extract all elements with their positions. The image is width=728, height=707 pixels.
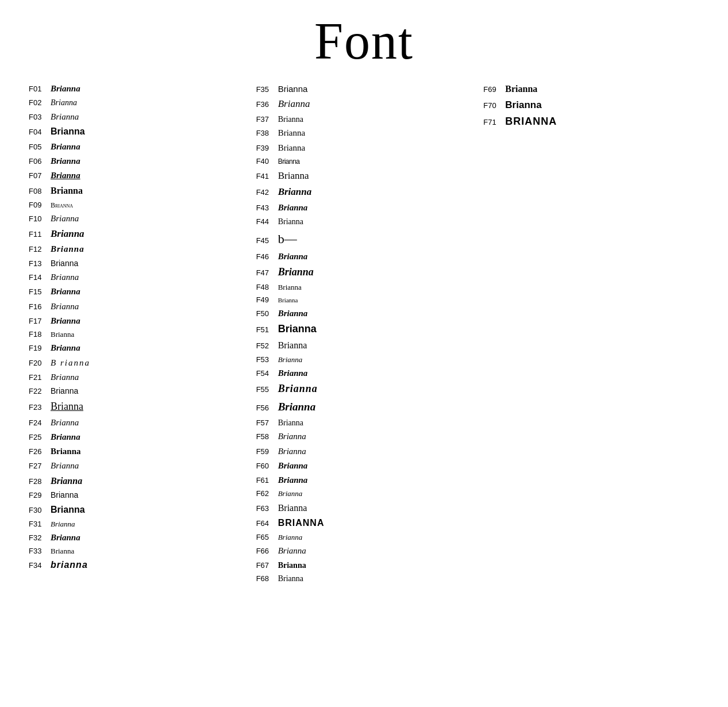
- font-code: F55: [256, 384, 275, 395]
- list-item: F36Brianna: [256, 97, 472, 112]
- list-item: F61Brianna: [256, 474, 472, 487]
- list-item: F11Brianna: [29, 226, 245, 241]
- font-code: F38: [256, 128, 275, 139]
- font-name: Brianna: [278, 201, 308, 214]
- list-item: F35Brianna: [256, 82, 472, 95]
- font-name: Brianna: [278, 282, 302, 293]
- list-item: F26Brianna: [29, 445, 245, 458]
- font-name: Brianna: [51, 341, 80, 355]
- font-name: Brianna: [278, 339, 307, 353]
- list-item: F31Brianna: [29, 518, 245, 530]
- list-item: F39Brianna: [256, 141, 472, 155]
- list-item: F08Brianna: [29, 184, 245, 198]
- font-name: Brianna: [278, 445, 306, 458]
- font-code: F40: [256, 156, 275, 167]
- font-code: F41: [256, 171, 275, 182]
- font-name: Brianna: [51, 155, 80, 168]
- list-item: F55Brianna: [256, 381, 472, 397]
- font-code: F42: [256, 187, 275, 198]
- list-item: F15Brianna: [29, 285, 245, 298]
- font-name: Brianna: [278, 185, 312, 199]
- list-item: F59Brianna: [256, 445, 472, 458]
- font-name: Brianna: [278, 82, 308, 95]
- font-name: Brianna: [278, 216, 303, 228]
- font-code: F70: [483, 100, 502, 112]
- list-item: F48Brianna: [256, 282, 472, 293]
- font-name: Brianna: [278, 488, 303, 499]
- font-code: F04: [29, 126, 47, 138]
- font-code: F34: [29, 560, 47, 571]
- list-item: F67Brianna: [256, 559, 472, 572]
- font-name: Brianna: [51, 82, 80, 95]
- font-code: F08: [29, 186, 47, 197]
- font-name: Brianna: [51, 531, 80, 544]
- list-item: F30Brianna: [29, 503, 245, 517]
- list-item: F33Brianna: [29, 545, 245, 557]
- font-name: Brianna: [51, 226, 84, 241]
- font-name: Brianna: [278, 168, 309, 183]
- font-code: F39: [256, 143, 275, 154]
- font-code: F66: [256, 545, 275, 557]
- font-name: Brianna: [51, 184, 83, 198]
- list-item: F23Brianna: [29, 399, 245, 415]
- list-item: F06Brianna: [29, 155, 245, 168]
- font-name: Brianna: [278, 97, 310, 112]
- font-code: F68: [256, 573, 275, 585]
- font-code: F16: [29, 301, 47, 313]
- font-name: Brianna: [51, 314, 80, 328]
- font-code: F28: [29, 476, 47, 487]
- font-name: Brianna: [278, 430, 306, 443]
- list-item: F21Brianna: [29, 371, 245, 384]
- font-name: Brianna: [278, 381, 318, 397]
- font-code: F43: [256, 202, 275, 214]
- list-item: F66Brianna: [256, 544, 472, 558]
- list-item: F37Brianna: [256, 113, 472, 126]
- font-name: Brianna: [51, 371, 79, 384]
- font-code: F11: [29, 229, 47, 240]
- list-item: F32Brianna: [29, 531, 245, 544]
- list-item: F24Brianna: [29, 416, 245, 429]
- font-code: F18: [29, 329, 47, 340]
- list-item: F25Brianna: [29, 431, 245, 444]
- font-code: F27: [29, 460, 47, 472]
- font-name: Brianna: [278, 459, 308, 472]
- list-item: F52Brianna: [256, 339, 472, 353]
- font-code: F47: [256, 267, 275, 279]
- font-name: Brianna: [51, 200, 73, 211]
- list-item: F56Brianna: [256, 398, 472, 415]
- list-item: F41Brianna: [256, 168, 472, 183]
- list-item: F13Brianna: [29, 258, 245, 270]
- font-code: F62: [256, 488, 275, 499]
- font-code: F17: [29, 316, 47, 327]
- list-item: F63Brianna: [256, 501, 472, 516]
- list-item: F10Brianna: [29, 212, 245, 225]
- list-item: F07Brianna: [29, 169, 245, 182]
- page-title: Font: [23, 11, 705, 71]
- font-code: F49: [256, 294, 275, 306]
- font-grid: F01BriannaF02BriannaF03BriannaF04Brianna…: [23, 82, 705, 585]
- font-name: Brianna: [51, 431, 80, 444]
- list-item: F68Brianna: [256, 572, 472, 585]
- font-code: F30: [29, 505, 47, 516]
- font-name: Brianna: [51, 459, 79, 472]
- font-column-1: F01BriannaF02BriannaF03BriannaF04Brianna…: [23, 82, 251, 572]
- font-name: BRIANNA: [278, 516, 325, 531]
- font-code: F25: [29, 432, 47, 443]
- font-name: Brianna: [51, 169, 80, 182]
- font-code: F51: [256, 324, 275, 336]
- list-item: F12Brianna: [29, 243, 245, 256]
- font-code: F33: [29, 545, 47, 557]
- font-code: F48: [256, 282, 275, 293]
- font-code: F58: [256, 431, 275, 443]
- font-name: Brianna: [278, 295, 298, 305]
- list-item: F49Brianna: [256, 294, 472, 306]
- list-item: F29Brianna: [29, 489, 245, 502]
- list-item: F22Brianna: [29, 385, 245, 398]
- font-name: Brianna: [278, 559, 306, 572]
- font-name: Brianna: [278, 354, 303, 366]
- list-item: F14Brianna: [29, 271, 245, 284]
- list-item: F16Brianna: [29, 300, 245, 313]
- font-name: Brianna: [278, 264, 314, 281]
- font-code: F05: [29, 141, 47, 153]
- list-item: F44Brianna: [256, 216, 472, 228]
